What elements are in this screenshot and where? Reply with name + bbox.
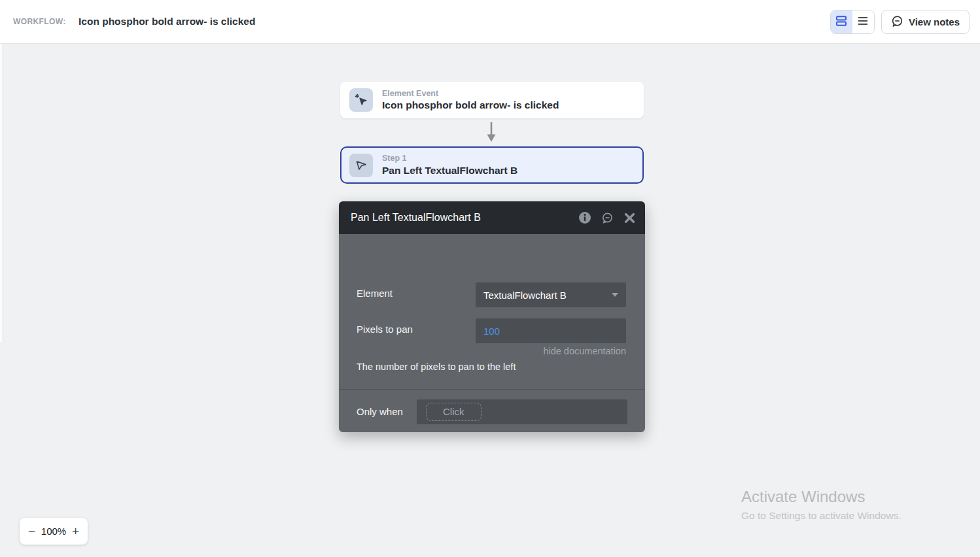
topbar: WORKFLOW: Icon phosphor bold arrow- is c… xyxy=(0,0,980,44)
left-scrollbar[interactable] xyxy=(0,44,3,342)
only-when-field[interactable]: Click xyxy=(417,399,627,424)
view-toggle-cards[interactable] xyxy=(831,10,852,33)
topbar-actions: View notes xyxy=(830,10,970,34)
speech-bubble-icon xyxy=(891,15,903,29)
list-view-icon xyxy=(856,14,869,29)
pixels-to-pan-label: Pixels to pan xyxy=(357,324,413,335)
view-notes-button[interactable]: View notes xyxy=(881,10,970,34)
comment-icon[interactable] xyxy=(601,211,614,224)
watermark-subtitle: Go to Settings to activate Windows. xyxy=(741,510,901,522)
zoom-in-button[interactable]: + xyxy=(72,525,79,537)
only-when-placeholder-chip[interactable]: Click xyxy=(426,403,481,421)
workflow-label: WORKFLOW: xyxy=(13,0,66,43)
zoom-out-button[interactable]: − xyxy=(28,525,35,537)
close-icon[interactable] xyxy=(623,211,636,224)
panel-header-icons xyxy=(578,211,636,224)
down-arrow-icon xyxy=(486,122,497,145)
step-card-kind: Step 1 xyxy=(382,154,517,164)
step-card-texts: Step 1 Pan Left TextualFlowchart B xyxy=(382,154,517,177)
panel-body: Element TextualFlowchart B Pixels to pan… xyxy=(339,234,645,432)
hide-documentation-link[interactable]: hide documentation xyxy=(543,346,626,356)
chevron-down-icon xyxy=(612,293,618,297)
element-dropdown[interactable]: TextualFlowchart B xyxy=(476,282,626,307)
panel-header[interactable]: Pan Left TextualFlowchart B xyxy=(339,201,645,234)
zoom-control: − 100% + xyxy=(20,518,88,545)
zoom-level: 100% xyxy=(41,526,66,537)
event-card-title: Icon phosphor bold arrow- is clicked xyxy=(382,99,559,111)
action-properties-panel: Pan Left TextualFlowchart B xyxy=(339,201,645,432)
event-card-texts: Element Event Icon phosphor bold arrow- … xyxy=(382,89,559,112)
element-label: Element xyxy=(357,288,393,299)
event-card-kind: Element Event xyxy=(382,89,559,99)
step-card-1[interactable]: Step 1 Pan Left TextualFlowchart B xyxy=(340,146,644,184)
cards-view-icon xyxy=(835,14,848,29)
only-when-label: Only when xyxy=(357,406,403,417)
panel-title: Pan Left TextualFlowchart B xyxy=(351,212,578,224)
workflow-title: Icon phosphor bold arrow- is clicked xyxy=(79,0,255,43)
documentation-text: The number of pixels to pan to the left xyxy=(357,362,516,372)
cursor-arrow-icon xyxy=(349,154,373,177)
windows-watermark: Activate Windows Go to Settings to activ… xyxy=(741,488,901,522)
view-toggle-list[interactable] xyxy=(852,10,874,33)
event-card[interactable]: Element Event Icon phosphor bold arrow- … xyxy=(340,82,644,118)
element-dropdown-value: TextualFlowchart B xyxy=(483,290,612,301)
panel-divider xyxy=(339,389,645,390)
pixels-to-pan-input[interactable] xyxy=(476,318,626,343)
view-toggle-group xyxy=(830,10,875,34)
info-icon[interactable] xyxy=(578,211,591,224)
view-notes-label: View notes xyxy=(909,16,960,27)
watermark-title: Activate Windows xyxy=(741,488,901,506)
step-card-title: Pan Left TextualFlowchart B xyxy=(382,164,517,177)
cursor-click-icon xyxy=(349,88,373,112)
